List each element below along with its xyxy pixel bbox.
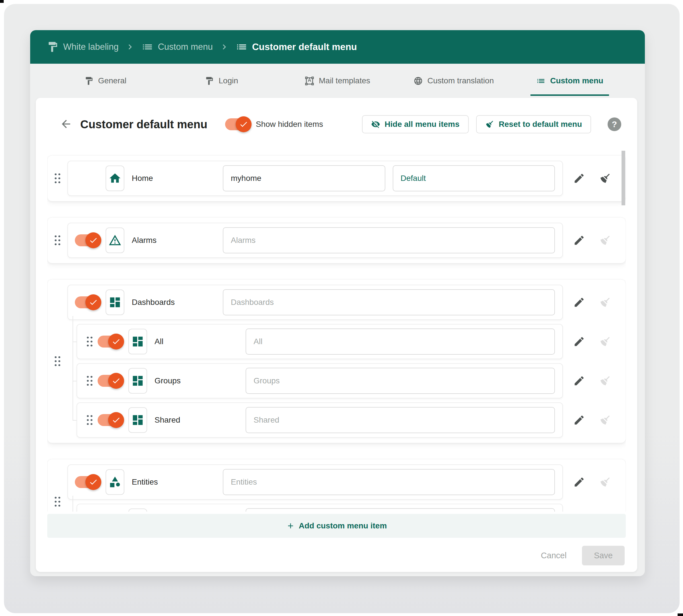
add-custom-menu-item-button[interactable]: Add custom menu item bbox=[47, 514, 626, 538]
edit-button[interactable] bbox=[569, 511, 589, 512]
drag-handle[interactable] bbox=[54, 496, 61, 508]
menu-child-row-all: All bbox=[77, 324, 615, 359]
visibility-toggle[interactable] bbox=[75, 296, 99, 308]
visibility-toggle[interactable] bbox=[75, 234, 99, 246]
reset-label: Reset to default menu bbox=[499, 120, 582, 129]
edit-button[interactable] bbox=[569, 230, 589, 250]
home-dashboard-input[interactable] bbox=[393, 165, 555, 191]
visibility-toggle[interactable] bbox=[98, 414, 122, 426]
menu-child-row-groups: Groups bbox=[77, 363, 615, 398]
menu-row-dashboards: Dashboards bbox=[67, 285, 563, 320]
drag-handle[interactable] bbox=[54, 172, 61, 184]
warning-triangle-icon[interactable] bbox=[106, 227, 124, 253]
menu-list-icon bbox=[236, 41, 248, 53]
broom-icon bbox=[485, 120, 494, 129]
edit-button[interactable] bbox=[569, 332, 589, 352]
drag-handle[interactable] bbox=[54, 355, 61, 367]
menu-child-row-devices: Devices bbox=[77, 504, 615, 512]
menu-item-label: Shared bbox=[154, 416, 246, 425]
breadcrumb-white-labeling[interactable]: White labeling bbox=[47, 41, 119, 53]
menu-entry-entities-group: Entities bbox=[47, 459, 626, 512]
menu-list-icon bbox=[142, 41, 153, 53]
tab-custom-menu[interactable]: Custom menu bbox=[512, 73, 628, 88]
menu-row-home: Home bbox=[67, 161, 563, 196]
menu-list-icon bbox=[536, 76, 546, 86]
entities-children: Devices bbox=[77, 504, 615, 512]
plus-icon bbox=[286, 522, 295, 530]
tab-custom-translation[interactable]: Custom translation bbox=[396, 73, 512, 88]
form-actions: Cancel Save bbox=[36, 538, 637, 565]
app-header: White labeling Custom menu Customer defa… bbox=[30, 30, 645, 64]
help-button[interactable]: ? bbox=[607, 117, 621, 131]
menu-items-list: Home bbox=[47, 151, 626, 512]
tab-login[interactable]: Login bbox=[163, 73, 279, 88]
breadcrumb-label: White labeling bbox=[63, 42, 119, 52]
dashboard-icon[interactable] bbox=[128, 407, 147, 433]
cancel-button[interactable]: Cancel bbox=[538, 547, 570, 564]
category-icon[interactable] bbox=[106, 469, 124, 495]
show-hidden-items-toggle-group: Show hidden items bbox=[225, 118, 323, 130]
breadcrumb-customer-default-menu: Customer default menu bbox=[236, 41, 357, 53]
home-icon[interactable] bbox=[106, 166, 124, 191]
tab-label: Custom menu bbox=[550, 76, 603, 85]
back-button[interactable] bbox=[59, 117, 73, 132]
menu-item-name-input[interactable] bbox=[223, 469, 555, 495]
menu-item-name-input[interactable] bbox=[246, 407, 555, 433]
breadcrumb-custom-menu[interactable]: Custom menu bbox=[142, 41, 213, 53]
screen-corner-artifact-top-left bbox=[0, 0, 4, 3]
tab-label: General bbox=[98, 76, 127, 85]
screen-corner-artifact-bottom-right bbox=[678, 613, 683, 616]
edit-button[interactable] bbox=[569, 371, 589, 391]
tab-mail-templates[interactable]: Mail templates bbox=[279, 73, 396, 88]
add-custom-menu-item-label: Add custom menu item bbox=[299, 521, 387, 530]
menu-item-name-input[interactable] bbox=[223, 289, 555, 315]
devices-icon[interactable] bbox=[128, 508, 147, 512]
toggle-knob-check-icon bbox=[236, 116, 252, 132]
menu-item-name-input[interactable] bbox=[246, 508, 555, 512]
drag-handle[interactable] bbox=[86, 336, 93, 348]
menu-item-name-input[interactable] bbox=[223, 165, 385, 191]
drag-handle[interactable] bbox=[86, 375, 93, 387]
menu-item-label: Groups bbox=[154, 376, 246, 386]
edit-button[interactable] bbox=[569, 472, 589, 492]
edit-button[interactable] bbox=[569, 292, 589, 312]
paint-roller-icon bbox=[84, 76, 93, 86]
save-button[interactable]: Save bbox=[582, 546, 625, 565]
edit-button[interactable] bbox=[569, 168, 589, 188]
scrollbar-thumb[interactable] bbox=[621, 151, 625, 205]
clear-button bbox=[595, 371, 615, 391]
menu-item-name-input[interactable] bbox=[246, 328, 555, 355]
toggle-knob-check-icon bbox=[85, 474, 101, 490]
drag-handle[interactable] bbox=[86, 414, 93, 426]
mail-templates-icon bbox=[305, 76, 314, 86]
custom-menu-card: Customer default menu Show hidden items … bbox=[36, 98, 637, 572]
tab-general[interactable]: General bbox=[47, 73, 163, 88]
toggle-knob-check-icon bbox=[85, 294, 101, 310]
edit-button[interactable] bbox=[569, 410, 589, 430]
menu-item-label: Entities bbox=[132, 478, 223, 487]
dashboard-icon[interactable] bbox=[106, 289, 124, 315]
show-hidden-items-toggle[interactable] bbox=[225, 118, 250, 130]
menu-item-label: All bbox=[154, 337, 246, 346]
paint-roller-icon bbox=[205, 76, 214, 86]
dashboard-icon[interactable] bbox=[128, 329, 147, 354]
reset-to-default-menu-button[interactable]: Reset to default menu bbox=[476, 115, 591, 133]
dashboards-children: All bbox=[77, 324, 615, 438]
menu-item-name-input[interactable] bbox=[246, 368, 555, 394]
dashboard-icon[interactable] bbox=[128, 368, 147, 394]
visibility-toggle[interactable] bbox=[98, 336, 122, 348]
visibility-toggle[interactable] bbox=[75, 476, 99, 488]
menu-item-name-input[interactable] bbox=[223, 227, 555, 254]
menu-entry-dashboards-group: Dashboards bbox=[47, 279, 626, 443]
hide-all-menu-items-button[interactable]: Hide all menu items bbox=[362, 115, 469, 133]
toggle-knob-check-icon bbox=[108, 412, 124, 428]
toggle-knob-check-icon bbox=[85, 232, 101, 248]
chevron-right-icon bbox=[219, 42, 229, 52]
breadcrumb-current-label: Customer default menu bbox=[252, 42, 357, 52]
page-title: Customer default menu bbox=[80, 118, 208, 131]
tab-label: Custom translation bbox=[427, 76, 494, 85]
clear-button[interactable] bbox=[595, 168, 615, 188]
menu-row-entities: Entities bbox=[67, 464, 563, 500]
drag-handle[interactable] bbox=[54, 234, 61, 246]
visibility-toggle[interactable] bbox=[98, 375, 122, 387]
